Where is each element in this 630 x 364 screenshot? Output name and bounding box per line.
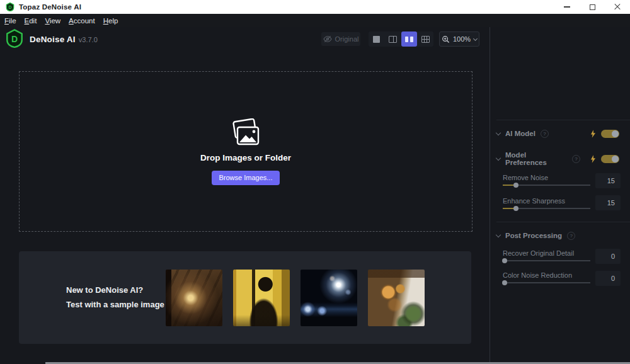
slider-track[interactable]	[503, 208, 590, 209]
menu-file[interactable]: File	[4, 17, 16, 25]
maximize-button[interactable]	[580, 0, 605, 14]
remove-noise-slider: Remove Noise	[503, 174, 590, 186]
window-title: Topaz DeNoise AI	[19, 3, 81, 11]
slider-label: Color Noise Reduction	[503, 271, 590, 279]
slider-label: Remove Noise	[503, 174, 590, 181]
comparison-view-icon	[421, 36, 430, 43]
original-label: Original	[335, 35, 359, 43]
side-by-side-view-button[interactable]	[401, 31, 418, 47]
sample-heading-line2: Test with a sample image	[66, 297, 164, 312]
sample-thumbnail-4[interactable]	[368, 270, 425, 326]
section-ai-model[interactable]: AI Model ?	[490, 127, 630, 140]
slider-label: Recover Original Detail	[503, 249, 590, 257]
side-by-side-view-icon	[405, 37, 413, 42]
close-icon	[614, 4, 621, 10]
zoom-control[interactable]: 100%	[439, 31, 479, 47]
chevron-down-icon	[496, 155, 501, 160]
split-view-button[interactable]	[385, 31, 401, 47]
show-original-button[interactable]: Original	[321, 32, 360, 46]
eye-off-icon	[323, 35, 332, 43]
slider-track[interactable]	[503, 282, 590, 283]
settings-sidebar: AI Model ? Model Preferences ? Remove No…	[490, 27, 630, 364]
lightning-bolt-icon	[590, 155, 596, 163]
comparison-view-button[interactable]	[417, 31, 433, 47]
toggle-knob	[612, 130, 619, 137]
slider-knob[interactable]	[502, 280, 507, 285]
section-model-preferences[interactable]: Model Preferences ?	[490, 152, 630, 166]
browse-images-button[interactable]: Browse Images...	[212, 171, 280, 185]
photo-stack-icon	[229, 118, 262, 147]
menu-help[interactable]: Help	[103, 17, 118, 25]
recover-original-detail-value[interactable]: 0	[595, 249, 621, 264]
minimize-icon	[564, 6, 570, 7]
color-noise-reduction-slider: Color Noise Reduction	[503, 271, 590, 283]
section-title: Model Preferences	[505, 151, 567, 166]
lightning-bolt-icon	[590, 130, 596, 138]
chevron-down-icon	[496, 232, 501, 237]
single-view-icon	[373, 36, 380, 43]
denoise-shield-logo: D	[5, 29, 24, 50]
maximize-icon	[590, 4, 595, 10]
help-icon[interactable]: ?	[541, 130, 549, 138]
sample-heading-line1: New to DeNoise AI?	[66, 283, 164, 297]
ai-model-toggle[interactable]	[601, 130, 619, 138]
slider-knob[interactable]	[513, 206, 518, 211]
section-title: AI Model	[505, 130, 536, 137]
sample-images-panel: New to DeNoise AI? Test with a sample im…	[19, 251, 471, 344]
dropzone-title: Drop Images or Folder	[200, 153, 291, 162]
sample-thumbnail-3[interactable]	[301, 270, 357, 326]
slider-knob[interactable]	[502, 258, 507, 263]
brand: DeNoise AI v3.7.0	[30, 35, 98, 44]
remove-noise-value[interactable]: 15	[595, 173, 621, 188]
menu-edit[interactable]: Edit	[25, 17, 37, 25]
minimize-button[interactable]	[554, 0, 580, 14]
app-name: DeNoise AI	[30, 35, 76, 44]
help-icon[interactable]: ?	[567, 232, 575, 240]
slider-track[interactable]	[503, 260, 590, 261]
image-drop-zone[interactable]: Drop Images or Folder Browse Images...	[19, 71, 472, 232]
app-version: v3.7.0	[79, 36, 98, 43]
zoom-in-magnifier-icon	[442, 35, 450, 43]
chevron-down-icon	[473, 36, 478, 40]
svg-text:D: D	[11, 34, 18, 44]
model-preferences-toggle[interactable]	[601, 155, 619, 163]
titlebar: D Topaz DeNoise AI	[0, 0, 630, 14]
menu-account[interactable]: Account	[69, 17, 95, 25]
split-view-icon	[389, 36, 397, 43]
single-view-button[interactable]	[369, 31, 385, 47]
menubar: File Edit View Account Help	[0, 14, 630, 27]
sample-thumbnail-1[interactable]	[166, 270, 222, 326]
slider-knob[interactable]	[513, 183, 518, 188]
slider-track[interactable]	[503, 185, 590, 186]
section-post-processing[interactable]: Post Processing ?	[490, 229, 630, 242]
app-shield-icon: D	[6, 3, 14, 11]
view-mode-group	[369, 31, 433, 47]
color-noise-reduction-value[interactable]: 0	[595, 271, 621, 286]
close-button[interactable]	[605, 0, 630, 14]
zoom-level: 100%	[453, 35, 471, 43]
help-icon[interactable]: ?	[572, 155, 580, 163]
recover-original-detail-slider: Recover Original Detail	[503, 249, 590, 261]
enhance-sharpness-value[interactable]: 15	[595, 195, 621, 210]
toggle-knob	[612, 156, 619, 162]
sample-thumbnail-2[interactable]	[233, 270, 290, 326]
sample-panel-heading: New to DeNoise AI? Test with a sample im…	[66, 283, 164, 312]
enhance-sharpness-slider: Enhance Sharpness	[503, 197, 590, 209]
section-title: Post Processing	[505, 232, 562, 239]
svg-text:D: D	[8, 5, 11, 9]
slider-label: Enhance Sharpness	[503, 197, 590, 205]
sidebar-separator	[496, 222, 630, 222]
sidebar-separator	[496, 120, 630, 120]
menu-view[interactable]: View	[45, 17, 60, 25]
chevron-down-icon	[496, 130, 501, 135]
